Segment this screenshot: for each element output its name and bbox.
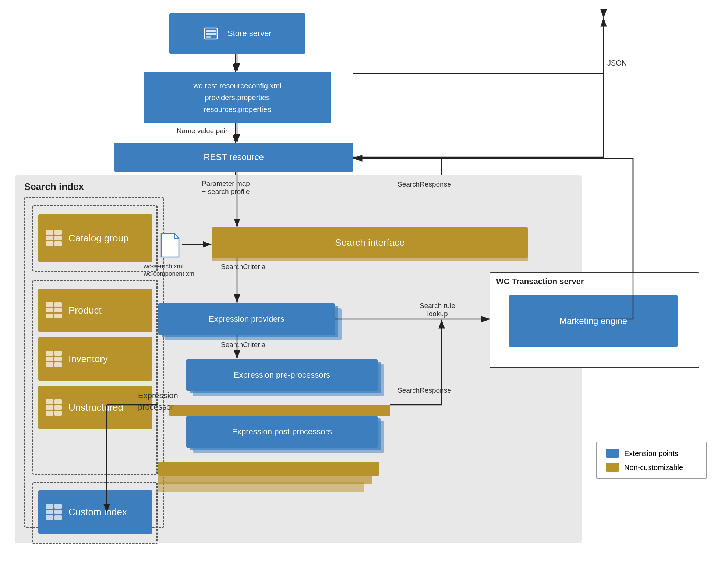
name-value-pair-label: Name value pair <box>177 127 227 135</box>
svg-rect-22 <box>206 36 211 38</box>
catalog-group-item: Catalog group <box>38 214 152 262</box>
file-icon-container <box>158 232 180 260</box>
gold-bar-pre <box>169 405 390 416</box>
svg-rect-20 <box>206 30 216 32</box>
search-interface-box: Search interface <box>212 227 528 258</box>
legend-color-gold <box>606 463 619 472</box>
store-server-label: Store server <box>227 29 272 38</box>
config-line1: wc-rest-resourceconfig.xml <box>194 80 282 92</box>
expression-providers-label: Expression providers <box>209 314 284 324</box>
custom-index-label: Custom index <box>68 506 127 518</box>
legend-item-blue: Extension points <box>606 449 697 458</box>
legend-color-blue <box>606 449 619 458</box>
parameter-map-label: Parameter map + search profile <box>202 180 250 196</box>
catalog-group-label: Catalog group <box>68 233 128 244</box>
product-icon <box>46 302 62 318</box>
config-line3: resources.properties <box>194 103 282 115</box>
wc-transaction-server-box: WC Transaction server Marketing engine <box>490 272 699 368</box>
marketing-engine-label: Marketing engine <box>559 316 627 326</box>
expression-preprocessors-label: Expression pre-processors <box>234 370 330 380</box>
rest-resource-box: REST resource <box>114 143 353 172</box>
search-response-label-1: SearchResponse <box>397 180 451 188</box>
product-item: Product <box>38 289 152 332</box>
unstructured-icon <box>46 399 62 416</box>
expression-postprocessors-box: Expression post-processors <box>186 416 378 448</box>
expression-preprocessors-box: Expression pre-processors <box>186 359 378 391</box>
search-interface-label: Search interface <box>335 237 404 248</box>
product-label: Product <box>68 305 102 316</box>
gold-bar-post <box>158 462 379 476</box>
custom-index-icon <box>46 504 62 520</box>
search-index-label: Search index <box>24 181 84 192</box>
legend-label-blue: Extension points <box>624 449 678 458</box>
rest-resource-label: REST resource <box>204 152 264 162</box>
file-icon <box>158 232 180 258</box>
expression-processor-label: Expression processor <box>138 390 178 413</box>
store-server-box: Store server <box>169 13 305 54</box>
unstructured-label: Unstructured <box>68 402 123 413</box>
diagram-container: Store server wc-rest-resourceconfig.xml … <box>0 0 728 569</box>
expression-postprocessors-label: Expression post-processors <box>232 427 332 437</box>
search-criteria-label-2: SearchCriteria <box>221 341 265 349</box>
inventory-label: Inventory <box>68 353 108 365</box>
legend-label-gold: Non-customizable <box>624 463 683 472</box>
json-label: JSON <box>607 59 627 67</box>
config-files-box: wc-rest-resourceconfig.xml providers.pro… <box>144 72 331 123</box>
unstructured-item: Unstructured <box>38 386 152 429</box>
legend-item-gold: Non-customizable <box>606 463 697 472</box>
search-criteria-label-1: SearchCriteria <box>221 263 265 271</box>
search-response-label-2: SearchResponse <box>397 386 451 395</box>
search-rule-lookup-label: Search rule lookup <box>420 302 455 318</box>
custom-index-item: Custom index <box>38 490 152 534</box>
catalog-group-icon <box>46 230 62 246</box>
svg-rect-21 <box>206 33 216 35</box>
marketing-engine-box: Marketing engine <box>509 295 678 347</box>
inventory-item: Inventory <box>38 337 152 381</box>
config-line2: providers.properties <box>194 92 282 103</box>
expression-providers-box: Expression providers <box>158 303 335 335</box>
inventory-icon <box>46 351 62 367</box>
legend-box: Extension points Non-customizable <box>596 442 707 479</box>
wc-transaction-label: WC Transaction server <box>496 277 584 286</box>
